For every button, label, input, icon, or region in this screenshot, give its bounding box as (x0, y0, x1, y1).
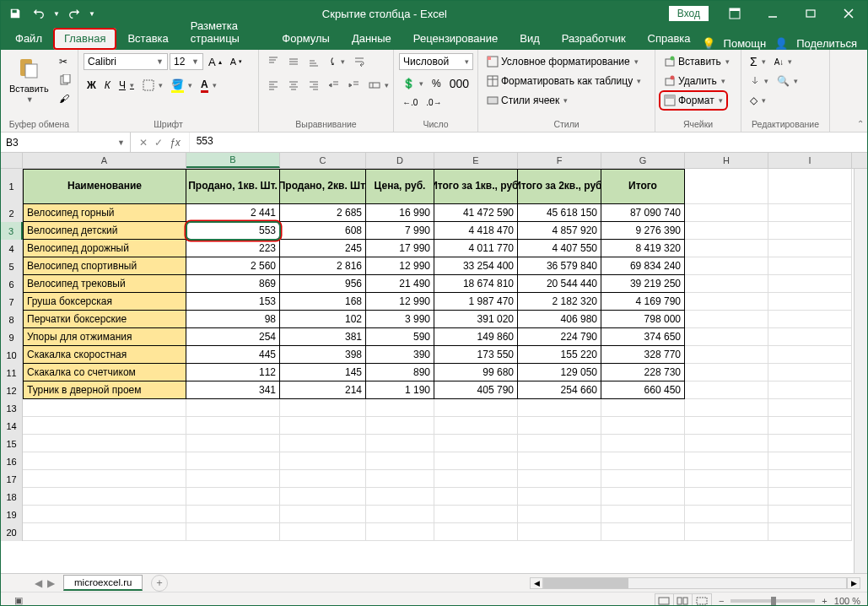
cell[interactable] (768, 222, 852, 240)
data-cell[interactable]: 4 418 470 (434, 222, 518, 240)
data-cell[interactable]: 8 419 320 (601, 240, 685, 257)
cell[interactable] (768, 204, 852, 222)
cell[interactable] (518, 470, 601, 488)
data-cell[interactable]: 168 (280, 293, 366, 311)
table-header-cell[interactable]: Продано, 2кв. Шт. (280, 169, 366, 204)
data-cell[interactable]: 890 (366, 364, 434, 381)
cell[interactable] (23, 506, 186, 523)
data-cell[interactable]: 129 050 (518, 364, 601, 381)
zoom-out-button[interactable]: − (719, 596, 724, 606)
cell[interactable] (434, 399, 518, 417)
table-header-cell[interactable]: Наименование (23, 169, 186, 204)
table-header-cell[interactable]: Цена, руб. (366, 169, 434, 204)
column-header[interactable]: H (685, 153, 768, 168)
cell[interactable] (768, 452, 852, 470)
cell[interactable] (685, 381, 768, 399)
cell[interactable] (186, 488, 280, 506)
login-button[interactable]: Вход (669, 6, 709, 21)
cell[interactable] (685, 222, 768, 240)
cell[interactable] (280, 417, 366, 435)
row-header[interactable]: 11 (1, 364, 23, 381)
cell[interactable] (518, 452, 601, 470)
italic-button[interactable]: К (101, 77, 114, 94)
data-cell[interactable]: 254 (186, 328, 280, 346)
cell[interactable] (23, 452, 186, 470)
cancel-formula-icon[interactable]: ✕ (139, 137, 148, 149)
table-header-cell[interactable]: Итого за 1кв., руб. (434, 169, 518, 204)
percent-button[interactable]: % (429, 75, 445, 92)
cell-styles-button[interactable]: Стили ячеек▾ (483, 92, 571, 109)
autosum-button[interactable]: Σ▾ (747, 53, 769, 70)
page-layout-view-button[interactable] (674, 594, 693, 607)
redo-icon[interactable] (65, 4, 84, 23)
sort-filter-button[interactable]: A↓▾ (771, 53, 796, 70)
data-cell[interactable]: 45 618 150 (518, 204, 601, 222)
row-header[interactable]: 12 (1, 381, 23, 399)
cell[interactable] (280, 506, 366, 523)
data-cell[interactable]: 20 544 440 (518, 275, 601, 293)
data-cell[interactable]: 590 (366, 328, 434, 346)
next-sheet-button[interactable]: ▶ (47, 577, 55, 589)
row-header[interactable]: 2 (1, 204, 23, 222)
cell[interactable] (768, 257, 852, 275)
data-cell[interactable]: 956 (280, 275, 366, 293)
format-as-table-button[interactable]: Форматировать как таблицу▾ (483, 73, 644, 89)
cell[interactable] (434, 470, 518, 488)
data-cell[interactable]: 4 857 920 (518, 222, 601, 240)
row-header[interactable]: 6 (1, 275, 23, 293)
save-icon[interactable] (6, 4, 24, 23)
maximize-icon[interactable] (791, 1, 829, 26)
tab-formulas[interactable]: Формулы (271, 28, 341, 50)
table-header-cell[interactable]: Итого за 2кв., руб. (518, 169, 601, 204)
orientation-button[interactable]: ⤹▾ (325, 53, 348, 70)
enter-formula-icon[interactable]: ✓ (154, 137, 163, 149)
cell[interactable] (768, 328, 852, 346)
name-box[interactable]: B3▼ (1, 133, 131, 152)
data-cell[interactable]: 391 020 (434, 311, 518, 328)
data-cell[interactable]: 99 680 (434, 364, 518, 381)
increase-indent-button[interactable] (345, 77, 364, 94)
cell[interactable] (434, 435, 518, 452)
decrease-indent-button[interactable] (325, 77, 343, 94)
cell[interactable] (685, 293, 768, 311)
data-cell[interactable]: 112 (186, 364, 280, 381)
cell[interactable] (685, 204, 768, 222)
delete-cells-button[interactable]: Удалить▾ (660, 73, 729, 89)
tab-home[interactable]: Главная (53, 28, 116, 50)
merge-button[interactable]: ▾ (365, 77, 392, 94)
cell[interactable] (601, 488, 685, 506)
cell[interactable] (685, 257, 768, 275)
data-cell[interactable]: 16 990 (366, 204, 434, 222)
column-header[interactable]: C (280, 153, 366, 168)
data-cell[interactable]: 39 219 250 (601, 275, 685, 293)
column-header[interactable]: B (186, 153, 280, 168)
cell[interactable] (434, 488, 518, 506)
data-cell[interactable]: 9 276 390 (601, 222, 685, 240)
tell-me-label[interactable]: Помощн (724, 37, 767, 50)
row-header[interactable]: 4 (1, 240, 23, 257)
cell[interactable] (518, 523, 601, 541)
data-cell[interactable]: 406 980 (518, 311, 601, 328)
row-header[interactable]: 5 (1, 257, 23, 275)
data-cell[interactable]: 17 990 (366, 240, 434, 257)
data-cell[interactable]: 798 000 (601, 311, 685, 328)
row-header[interactable]: 8 (1, 311, 23, 328)
tab-pagelayout[interactable]: Разметка страницы (180, 15, 272, 50)
data-cell[interactable]: 2 182 320 (518, 293, 601, 311)
cell[interactable] (434, 452, 518, 470)
cell[interactable] (280, 452, 366, 470)
font-color-button[interactable]: А▾ (197, 77, 220, 94)
cell[interactable] (768, 311, 852, 328)
column-header[interactable]: I (768, 153, 852, 168)
data-cell[interactable]: 18 674 810 (434, 275, 518, 293)
zoom-level[interactable]: 100 % (834, 596, 860, 606)
cell[interactable] (685, 523, 768, 541)
cell[interactable] (186, 506, 280, 523)
cell[interactable] (685, 364, 768, 381)
column-header[interactable]: A (23, 153, 186, 168)
align-center-button[interactable] (284, 77, 303, 94)
fill-color-button[interactable]: 🪣▾ (168, 77, 196, 94)
data-cell[interactable]: 173 550 (434, 346, 518, 364)
cell[interactable] (366, 470, 434, 488)
cell[interactable] (768, 293, 852, 311)
